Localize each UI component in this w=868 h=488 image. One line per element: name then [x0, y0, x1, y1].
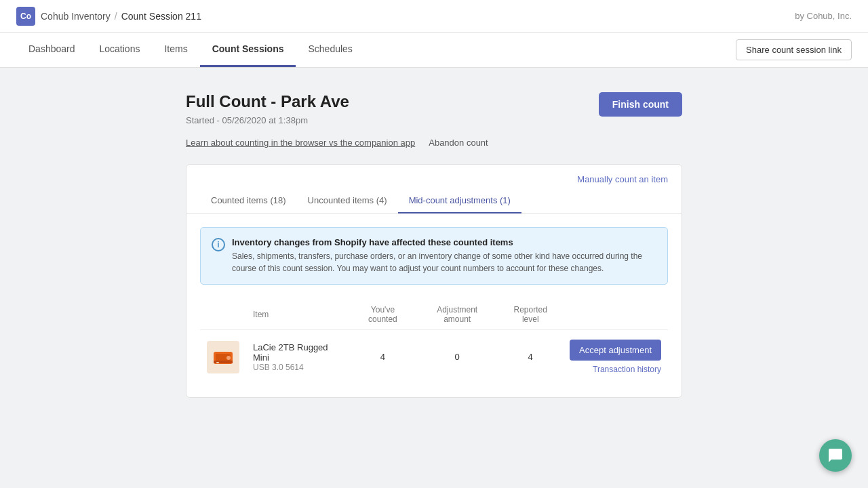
actions-cell: Accept adjustment Transaction history: [563, 330, 668, 384]
page-actions-left: Learn about counting in the browser vs t…: [186, 138, 488, 148]
accept-adjustment-button[interactable]: Accept adjustment: [570, 340, 661, 361]
info-icon: i: [212, 238, 225, 251]
item-sku: USB 3.0 5614: [253, 363, 342, 372]
item-thumb-cell: [200, 330, 246, 384]
tab-counted-items[interactable]: Counted items (18): [200, 188, 297, 214]
adjustment-cell: 0: [416, 330, 498, 384]
main-card: Manually count an item Counted items (18…: [186, 164, 682, 398]
nav-link-dashboard[interactable]: Dashboard: [16, 33, 87, 67]
col-counted: You've counted: [349, 298, 416, 330]
table-body: LaCie 2TB Rugged Mini USB 3.0 5614 4 0 4…: [200, 330, 668, 384]
tabs: Counted items (18) Uncounted items (4) M…: [186, 188, 682, 214]
table-head: Item You've counted Adjustment amount Re…: [200, 298, 668, 330]
reported-cell: 4: [498, 330, 563, 384]
nav-links: Dashboard Locations Items Count Sessions…: [16, 33, 365, 67]
manually-count-link[interactable]: Manually count an item: [577, 174, 668, 184]
item-info-cell: LaCie 2TB Rugged Mini USB 3.0 5614: [246, 330, 349, 384]
breadcrumb-app: Cohub Inventory: [41, 11, 111, 22]
nav-link-count-sessions[interactable]: Count Sessions: [200, 33, 296, 67]
breadcrumb: Cohub Inventory / Count Session 211: [41, 11, 201, 22]
info-box-title: Inventory changes from Shopify have affe…: [232, 237, 656, 247]
header-left: Full Count - Park Ave Started - 05/26/20…: [186, 92, 349, 134]
col-adjustment: Adjustment amount: [416, 298, 498, 330]
topbar-left: Co Cohub Inventory / Count Session 211: [16, 7, 201, 26]
table-wrap: Item You've counted Adjustment amount Re…: [186, 298, 682, 397]
page-actions: Learn about counting in the browser vs t…: [186, 138, 682, 148]
topbar: Co Cohub Inventory / Count Session 211 b…: [0, 0, 868, 33]
svg-rect-4: [216, 362, 219, 363]
header-section: Full Count - Park Ave Started - 05/26/20…: [186, 92, 682, 134]
finish-count-button[interactable]: Finish count: [599, 92, 682, 117]
col-actions: [563, 298, 668, 330]
adjustments-table: Item You've counted Adjustment amount Re…: [200, 298, 668, 384]
item-name: LaCie 2TB Rugged Mini: [253, 342, 342, 363]
item-thumbnail: [207, 341, 239, 373]
table-row: LaCie 2TB Rugged Mini USB 3.0 5614 4 0 4…: [200, 330, 668, 384]
counted-cell: 4: [349, 330, 416, 384]
breadcrumb-current: Count Session 211: [121, 11, 201, 22]
col-reported: Reported level: [498, 298, 563, 330]
info-box-content: Inventory changes from Shopify have affe…: [232, 237, 656, 274]
abandon-count-link[interactable]: Abandon count: [429, 138, 488, 148]
card-header: Manually count an item: [186, 165, 682, 184]
product-image: [210, 344, 237, 371]
breadcrumb-sep: /: [115, 11, 117, 22]
share-count-session-button[interactable]: Share count session link: [736, 39, 852, 60]
nav-link-items[interactable]: Items: [152, 33, 199, 67]
col-thumb: [200, 298, 246, 330]
nav-link-schedules[interactable]: Schedules: [296, 33, 364, 67]
info-box: i Inventory changes from Shopify have af…: [200, 227, 668, 285]
nav: Dashboard Locations Items Count Sessions…: [0, 33, 868, 68]
topbar-by: by Cohub, Inc.: [795, 11, 852, 21]
info-box-text: Sales, shipments, transfers, purchase or…: [232, 250, 656, 274]
col-item: Item: [246, 298, 349, 330]
app-logo: Co: [16, 7, 35, 26]
nav-link-locations[interactable]: Locations: [87, 33, 153, 67]
page-title: Full Count - Park Ave: [186, 92, 349, 111]
tab-uncounted-items[interactable]: Uncounted items (4): [297, 188, 398, 214]
svg-point-2: [226, 356, 231, 360]
main-content: Full Count - Park Ave Started - 05/26/20…: [170, 68, 698, 422]
tab-mid-count-adjustments[interactable]: Mid-count adjustments (1): [398, 188, 521, 214]
started-text: Started - 05/26/2020 at 1:38pm: [186, 115, 349, 125]
transaction-history-link[interactable]: Transaction history: [570, 365, 661, 374]
learn-counting-link[interactable]: Learn about counting in the browser vs t…: [186, 138, 415, 148]
